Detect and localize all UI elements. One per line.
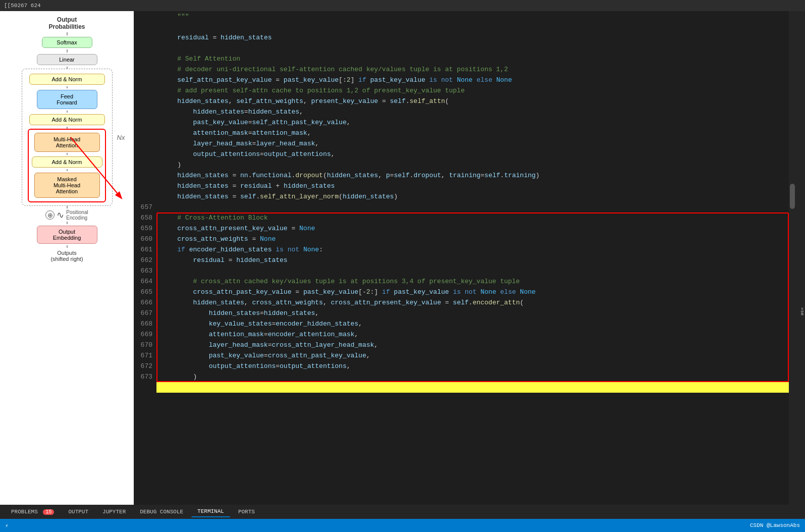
ln-blank1: [148, 11, 152, 22]
scrollbar-thumb[interactable]: [790, 184, 795, 209]
code-line-6: # decoder uni-directional self-attention…: [156, 64, 789, 75]
positional-encoding-row: ⊕ ∿ PositionalEncoding: [45, 209, 88, 221]
ln-670: 670: [141, 340, 152, 350]
code-line-16: hidden_states = nn.functional.dropout(hi…: [156, 170, 789, 181]
status-bar: ⚡ CSDN @LawsonAbs: [0, 519, 805, 532]
ln-blank8: [148, 85, 152, 96]
code-line-665: hidden_states, cross_attn_weights, cross…: [156, 297, 789, 308]
code-line-5: # Self Attention: [156, 54, 789, 64]
add-norm-3: Add & Norm: [32, 156, 102, 168]
minimap-label: =se: [799, 307, 804, 315]
code-line-15: ): [156, 159, 789, 170]
ln-668: 668: [141, 318, 152, 329]
ln-blank10: [148, 107, 152, 117]
ln-673: 673: [141, 371, 152, 382]
code-line-667: key_value_states=encoder_hidden_states,: [156, 318, 789, 329]
code-line-1: """: [156, 11, 789, 22]
bottom-tabs: PROBLEMS 15 OUTPUT JUPYTER DEBUG CONSOLE…: [0, 505, 805, 519]
code-line-670: past_key_value=cross_attn_past_key_value…: [156, 350, 789, 361]
ln-blank11: [148, 117, 152, 128]
code-content[interactable]: """ residual = hidden_states # Self Atte…: [156, 11, 789, 505]
tab-terminal-label: TERMINAL: [197, 508, 224, 514]
code-line-657: # Cross-Attention Block: [156, 212, 789, 223]
code-line-664: cross_attn_past_key_value = past_key_val…: [156, 287, 789, 297]
scrollbar-track[interactable]: [789, 11, 796, 505]
code-line-660: if encoder_hidden_states is not None:: [156, 244, 789, 255]
code-line-13: layer_head_mask=layer_head_mask,: [156, 138, 789, 149]
code-line-662: [156, 265, 789, 276]
tab-terminal[interactable]: TERMINAL: [191, 506, 230, 517]
code-line-hl: [156, 382, 789, 393]
ln-666: 666: [141, 297, 152, 308]
code-line-669: layer_head_mask=cross_attn_layer_head_ma…: [156, 340, 789, 350]
code-scroll[interactable]: 657 658 659 660 661 662 663 664 665 666 …: [134, 11, 796, 505]
code-line-19: [156, 202, 789, 212]
code-line-668: attention_mask=encoder_attention_mask,: [156, 329, 789, 340]
code-line-9: hidden_states, self_attn_weights, presen…: [156, 96, 789, 107]
ln-665: 665: [141, 287, 152, 297]
code-line-17: hidden_states = residual + hidden_states: [156, 181, 789, 191]
tab-jupyter[interactable]: JUPYTER: [96, 507, 132, 517]
ln-blank18: [148, 191, 152, 202]
ln-661: 661: [141, 244, 152, 255]
right-panel: =se: [796, 11, 805, 505]
ln-672: 672: [141, 361, 152, 371]
tab-problems-label: PROBLEMS: [11, 509, 38, 515]
code-line-4: [156, 43, 789, 54]
code-line-672: ): [156, 371, 789, 382]
masked-mha: MaskedMulti-HeadAttention: [34, 173, 100, 198]
ln-662: 662: [141, 255, 152, 265]
output-embedding-box: OutputEmbedding: [37, 226, 97, 244]
feed-forward-box: FeedForward: [37, 90, 97, 109]
code-line-2: [156, 22, 789, 32]
code-line-18: hidden_states = self.self_attn_layer_nor…: [156, 191, 789, 202]
decoder-block: Nx Add & Norm FeedForward Add & Norm Mul…: [22, 69, 113, 206]
tab-debug[interactable]: DEBUG CONSOLE: [134, 507, 189, 517]
ln-blank3: [148, 32, 152, 43]
tab-debug-label: DEBUG CONSOLE: [140, 509, 183, 515]
tab-problems[interactable]: PROBLEMS 15: [5, 507, 60, 517]
code-line-10: hidden_states=hidden_states,: [156, 107, 789, 117]
code-line-8: # add present self-attn cache to positio…: [156, 85, 789, 96]
ln-blank9: [148, 96, 152, 107]
status-left: ⚡: [5, 522, 9, 529]
ln-659: 659: [141, 223, 152, 234]
ln-blank14: [148, 149, 152, 159]
ln-671: 671: [141, 350, 152, 361]
top-bar-text: [[50267 624: [4, 3, 41, 9]
ln-blank4: [148, 43, 152, 54]
code-line-658: cross_attn_present_key_value = None: [156, 223, 789, 234]
plus-circle: ⊕: [45, 210, 55, 220]
code-line-11: past_key_value=self_attn_past_key_value,: [156, 117, 789, 128]
diagram-panel: OutputProbabilities Softmax Linear Nx Ad…: [0, 11, 134, 505]
code-line-12: attention_mask=attention_mask,: [156, 128, 789, 138]
ln-657: 657: [141, 202, 152, 212]
wave-icon: ∿: [57, 209, 64, 221]
ln-660: 660: [141, 234, 152, 244]
tab-ports[interactable]: PORTS: [232, 507, 261, 517]
ln-blank17: [148, 181, 152, 191]
ln-blank16: [148, 170, 152, 181]
ln-blank5: [148, 54, 152, 64]
tab-jupyter-label: JUPYTER: [102, 509, 126, 515]
status-bar-right: CSDN @LawsonAbs: [750, 522, 800, 528]
ln-blank7: [148, 75, 152, 85]
ln-blank2: [148, 22, 152, 32]
ln-658: 658: [141, 212, 152, 223]
output-probs-label: OutputProbabilities: [48, 16, 85, 30]
line-numbers: 657 658 659 660 661 662 663 664 665 666 …: [134, 11, 156, 505]
code-line-659: cross_attn_weights = None: [156, 234, 789, 244]
tab-output[interactable]: OUTPUT: [62, 507, 94, 517]
editor-area: 657 658 659 660 661 662 663 664 665 666 …: [134, 11, 796, 505]
outputs-label: Outputs(shifted right): [50, 250, 83, 262]
problems-badge: 15: [43, 509, 54, 515]
ln-669: 669: [141, 329, 152, 340]
multi-head-attn: Multi-HeadAttention: [34, 133, 100, 152]
code-line-7: self_attn_past_key_value = past_key_valu…: [156, 75, 789, 85]
code-line-663: # cross_attn cached key/values tuple is …: [156, 276, 789, 287]
tab-ports-label: PORTS: [238, 509, 255, 515]
add-norm-1: Add & Norm: [29, 74, 105, 85]
multi-head-section: Multi-HeadAttention Add & Norm MaskedMul…: [28, 129, 106, 202]
code-line-3: residual = hidden_states: [156, 32, 789, 43]
add-norm-2: Add & Norm: [29, 114, 105, 125]
